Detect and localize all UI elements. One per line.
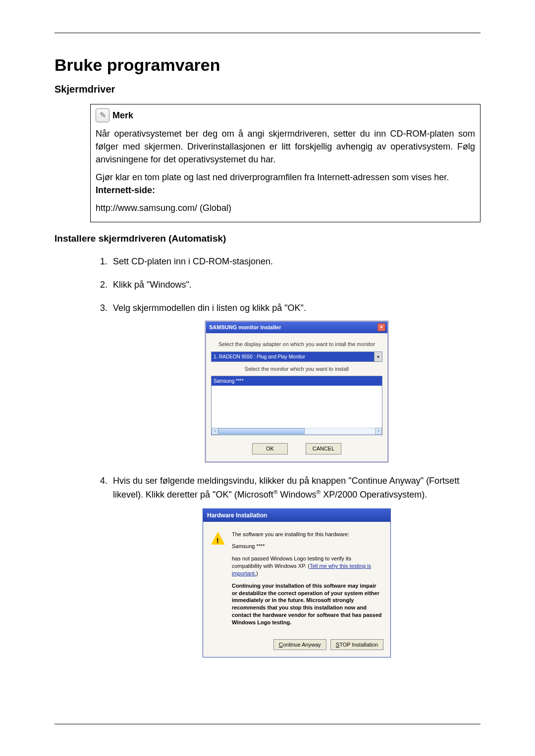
stop-installation-button[interactable]: STOP InstallationSTOP Installation <box>330 639 383 651</box>
hardware-warning-text: The software you are installing for this… <box>232 531 382 631</box>
hw-line-intro: The software you are installing for this… <box>232 531 382 538</box>
page-title: Bruke programvaren <box>54 55 481 75</box>
installer-dialog: SAMSUNG monitor installer × Select the d… <box>205 321 388 462</box>
chevron-down-icon[interactable]: ▾ <box>374 352 382 361</box>
scroll-left-icon[interactable]: ‹ <box>212 428 218 435</box>
adapter-dropdown-value: 1. RADEON 9550 : Plug and Play Monitor <box>212 352 374 361</box>
note-label: Merk <box>112 109 133 122</box>
scroll-track[interactable] <box>218 428 375 435</box>
cancel-button[interactable]: CANCEL <box>306 443 341 454</box>
registered-mark-icon: ® <box>273 489 278 495</box>
section-install-heading: Installere skjermdriveren (Automatisk) <box>54 233 481 244</box>
adapter-dropdown[interactable]: 1. RADEON 9550 : Plug and Play Monitor ▾ <box>211 352 382 362</box>
warning-icon <box>211 532 225 545</box>
section-driver-heading: Skjermdriver <box>54 84 481 95</box>
step-4-text-c: XP/2000 Operativsystem). <box>321 490 427 500</box>
hw-line-notpassed: has not passed Windows Logo testing to v… <box>232 555 382 577</box>
step-1: Sett CD-platen inn i CD-ROM-stasjonen. <box>110 255 481 268</box>
steps-list: Sett CD-platen inn i CD-ROM-stasjonen. K… <box>90 255 481 658</box>
step-4-text-b: Windows <box>278 490 317 500</box>
hardware-warning-title: Hardware Installation <box>203 509 390 522</box>
hw-line-device: Samsung **** <box>232 543 382 550</box>
monitor-listbox[interactable]: Samsung **** ‹ › <box>211 376 382 435</box>
installer-title-text: SAMSUNG monitor installer <box>209 323 281 332</box>
scroll-thumb[interactable] <box>218 428 305 434</box>
note-url: http://www.samsung.com/ (Global) <box>96 202 475 214</box>
hardware-warning-dialog: Hardware Installation The software you a… <box>203 508 391 658</box>
monitor-list-item-selected[interactable]: Samsung **** <box>212 376 382 386</box>
registered-mark-icon: ® <box>317 489 321 495</box>
note-box: ✎ Merk Når operativsystemet ber deg om å… <box>90 104 481 222</box>
page-rule-top <box>54 33 481 33</box>
hw-bold-warning: Continuing your installation of this sof… <box>232 582 382 626</box>
hw-notpassed-end: ) <box>256 570 258 576</box>
close-icon[interactable]: × <box>377 323 385 331</box>
note-icon: ✎ <box>96 108 109 122</box>
step-4: Hvis du ser følgende meldingsvindu, klik… <box>110 474 481 658</box>
note-paragraph-1: Når operativsystemet ber deg om å angi s… <box>96 127 475 166</box>
step-3: Velg skjermmodellen din i listen og klik… <box>110 302 481 462</box>
note-paragraph-2: Gjør klar en tom plate og last ned drive… <box>96 171 475 184</box>
step-3-text: Velg skjermmodellen din i listen og klik… <box>113 303 306 313</box>
installer-monitor-label: Select the monitor which you want to ins… <box>211 365 382 373</box>
continue-anyway-button[interactable]: CContinue Anywayontinue Anyway <box>273 639 326 651</box>
step-2: Klikk på "Windows". <box>110 278 481 292</box>
note-internet-label: Internett-side: <box>96 184 475 197</box>
installer-adapter-label: Select the display adapter on which you … <box>211 340 382 349</box>
ok-button[interactable]: OK <box>252 443 288 454</box>
scroll-right-icon[interactable]: › <box>375 428 382 435</box>
page-rule-bottom <box>54 724 481 724</box>
page-content: Bruke programvaren Skjermdriver ✎ Merk N… <box>0 0 535 687</box>
